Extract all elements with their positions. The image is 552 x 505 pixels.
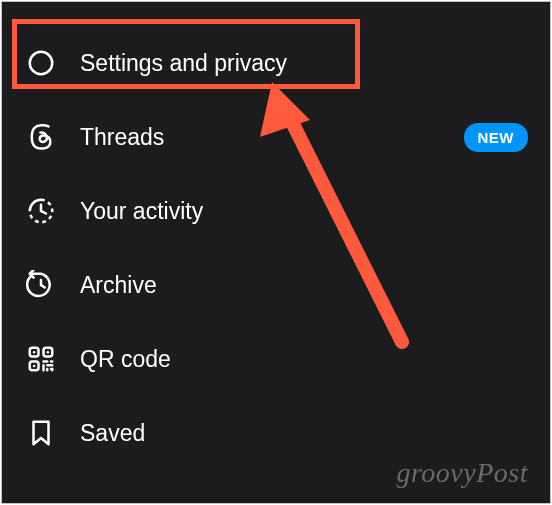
menu-item-label: Saved — [80, 420, 528, 447]
svg-point-6 — [47, 351, 50, 354]
menu-item-threads[interactable]: Threads NEW — [2, 100, 550, 174]
menu-item-label: Archive — [80, 272, 528, 299]
watermark-text: groovyPost — [397, 457, 529, 489]
activity-icon — [24, 194, 58, 228]
svg-point-1 — [35, 57, 46, 68]
menu-item-label: Your activity — [80, 198, 528, 225]
menu-item-settings-privacy[interactable]: Settings and privacy — [2, 26, 550, 100]
archive-icon — [24, 268, 58, 302]
bookmark-icon — [24, 416, 58, 450]
gear-icon — [24, 46, 58, 80]
menu-item-label: QR code — [80, 346, 528, 373]
menu-list: Settings and privacy Threads NEW Your ac… — [2, 2, 550, 490]
menu-item-archive[interactable]: Archive — [2, 248, 550, 322]
qrcode-icon — [24, 342, 58, 376]
svg-point-5 — [33, 351, 36, 354]
menu-item-label: Threads — [80, 124, 442, 151]
menu-item-your-activity[interactable]: Your activity — [2, 174, 550, 248]
menu-item-qr-code[interactable]: QR code — [2, 322, 550, 396]
menu-item-label: Settings and privacy — [80, 50, 528, 77]
new-badge: NEW — [464, 123, 529, 152]
svg-point-7 — [33, 365, 36, 368]
threads-icon — [24, 120, 58, 154]
